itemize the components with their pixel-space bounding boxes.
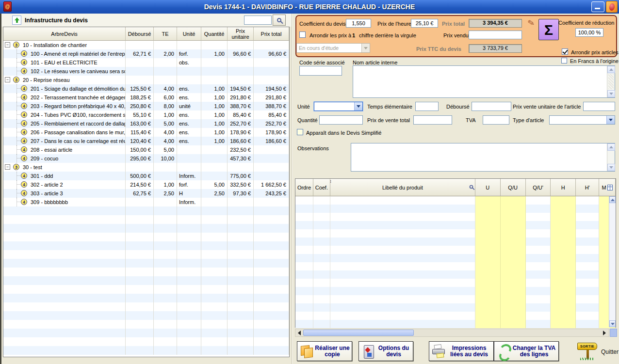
product-cell-qu-prime[interactable]	[526, 295, 551, 303]
product-row[interactable]	[295, 270, 616, 279]
coefficient-devis-input[interactable]	[346, 19, 371, 28]
tree-row[interactable]: −320 - Reprise réseau	[3, 76, 289, 84]
tree-item[interactable]: 4204 - Tubes PVC Ø100, raccordement sur	[3, 111, 126, 119]
impressions-devis-button[interactable]: Impressions liées au devis	[429, 341, 494, 361]
product-cell-qu-prime[interactable]	[526, 229, 551, 237]
product-cell-qu-prime[interactable]	[526, 320, 551, 328]
title-bar[interactable]: @ Devis 1744-1 - DAVIDBINFO - RUE PIERRE…	[0, 0, 619, 14]
tree-col-6[interactable]: Prix total	[254, 27, 289, 41]
product-cell-h-prime[interactable]	[576, 262, 599, 270]
tree-item[interactable]: 4203 - Regard béton préfabriqué 40 x 40,…	[3, 102, 126, 111]
product-cell-ordre[interactable]	[295, 246, 313, 254]
product-cell-ordre[interactable]	[295, 221, 313, 229]
en-francs-checkbox[interactable]	[561, 58, 567, 63]
product-cell-h-prime[interactable]	[576, 312, 599, 320]
product-cell-ordre[interactable]	[295, 270, 313, 279]
product-cell-h[interactable]	[551, 312, 576, 320]
chevron-down-icon[interactable]	[354, 102, 362, 111]
product-cell-ordre[interactable]	[295, 303, 313, 312]
tree-row[interactable]: −310 - Installation de chantier	[3, 41, 289, 49]
product-col-libelle[interactable]: Libellé du produit	[330, 179, 475, 196]
tree-col-0[interactable]: ArbreDevis	[3, 27, 126, 41]
product-cell-qu-prime[interactable]	[526, 270, 551, 279]
options-devis-button[interactable]: Options du devis	[358, 341, 413, 361]
product-cell-h-prime[interactable]	[576, 196, 599, 205]
tva-input[interactable]	[483, 115, 509, 125]
product-cell-h-prime[interactable]	[576, 205, 599, 213]
tree-row[interactable]: 4101 - EAU et ELECTRICITEobs.	[3, 58, 289, 67]
product-cell-ordre[interactable]	[295, 237, 313, 246]
coef-reduction-input[interactable]	[575, 28, 603, 37]
product-cell-h-prime[interactable]	[576, 279, 599, 287]
tree-row[interactable]: 4205 - Remblaiement et raccord de dallag…	[3, 119, 289, 128]
tree-row[interactable]: 4206 - Passage canalisation dans le mur,…	[3, 128, 289, 137]
sum-button[interactable]: Σ	[538, 19, 559, 40]
product-cell-coef[interactable]	[313, 221, 330, 229]
product-cell-u[interactable]	[475, 279, 501, 287]
product-cell-ordre[interactable]	[295, 229, 313, 237]
product-row[interactable]	[295, 312, 616, 320]
tree-row[interactable]: 4303 - article 362,75 €2,50H2,5097,30 €2…	[3, 189, 289, 198]
product-row[interactable]	[295, 320, 616, 328]
tree-collapse-icon[interactable]: −	[5, 164, 10, 170]
product-cell-h-prime[interactable]	[576, 229, 599, 237]
tree-up-icon[interactable]	[12, 16, 21, 25]
product-row[interactable]	[295, 237, 616, 246]
scroll-up-icon[interactable]	[607, 66, 615, 73]
product-cell-h[interactable]	[551, 246, 576, 254]
product-cell-coef[interactable]	[313, 229, 330, 237]
product-cell-ordre[interactable]	[295, 196, 313, 205]
product-cell-libelle[interactable]	[330, 279, 475, 287]
tree-item[interactable]: 4201 - Sciage du dallage et démolition d…	[3, 84, 126, 93]
product-cell-libelle[interactable]	[330, 237, 475, 246]
product-row[interactable]	[295, 279, 616, 287]
scroll-down-icon[interactable]	[607, 164, 615, 171]
observations-textarea[interactable]	[351, 143, 615, 172]
product-cell-qu[interactable]	[501, 287, 526, 295]
product-cell-libelle[interactable]	[330, 295, 475, 303]
product-cell-h[interactable]	[551, 213, 576, 221]
quit-button[interactable]: Quitter	[601, 348, 619, 355]
product-cell-qu[interactable]	[501, 303, 526, 312]
minimize-button[interactable]	[591, 1, 604, 12]
product-cell-coef[interactable]	[313, 320, 330, 328]
tree-search-input[interactable]	[244, 16, 272, 25]
product-cell-h[interactable]	[551, 229, 576, 237]
scroll-up-icon[interactable]	[607, 143, 615, 151]
product-col-qu[interactable]: Q/U	[501, 179, 526, 196]
arrondir-prix-checkbox[interactable]	[299, 32, 306, 38]
scroll-right-icon[interactable]	[603, 331, 606, 335]
tree-col-5[interactable]: Prix unitaire	[228, 27, 254, 41]
product-cell-coef[interactable]	[313, 279, 330, 287]
tree-row[interactable]: 4309 - bbbbbbbbInform.	[3, 198, 289, 206]
tree-row[interactable]: 4202 - Terrassement tranchée et dégageme…	[3, 93, 289, 102]
product-col-h-prime[interactable]: H'	[576, 179, 599, 196]
tree-row[interactable]: 4100 - Amené et repli matériel de l'entr…	[3, 49, 289, 58]
product-cell-coef[interactable]	[313, 196, 330, 205]
product-cell-libelle[interactable]	[330, 205, 475, 213]
product-row[interactable]	[295, 196, 616, 205]
product-cell-h[interactable]	[551, 254, 576, 262]
tree-item[interactable]: 4100 - Amené et repli matériel de l'entr…	[3, 49, 126, 58]
product-cell-h-prime[interactable]	[576, 254, 599, 262]
tree-row[interactable]: 4302 - article 2214,50 €1,00forf.5,00332…	[3, 180, 289, 189]
product-cell-h[interactable]	[551, 270, 576, 279]
debourse-input[interactable]	[472, 102, 511, 111]
product-cell-qu[interactable]	[501, 246, 526, 254]
product-cell-u[interactable]	[475, 229, 501, 237]
hscroll-thumb[interactable]	[303, 330, 414, 336]
product-col-m[interactable]: M	[599, 179, 616, 196]
product-cell-qu[interactable]	[501, 254, 526, 262]
product-row[interactable]	[295, 205, 616, 213]
product-row[interactable]	[295, 246, 616, 254]
tree-row[interactable]: 4203 - Regard béton préfabriqué 40 x 40,…	[3, 102, 289, 111]
chevron-down-icon[interactable]	[606, 116, 615, 124]
product-cell-libelle[interactable]	[330, 229, 475, 237]
product-col-u[interactable]: U	[475, 179, 501, 196]
product-cell-ordre[interactable]	[295, 205, 313, 213]
tree-item[interactable]: 4207 - Dans le cas ou le carrelage est r…	[3, 137, 126, 145]
product-cell-u[interactable]	[475, 287, 501, 295]
tree-item[interactable]: −310 - Installation de chantier	[3, 41, 126, 49]
temps-elementaire-input[interactable]	[415, 102, 439, 111]
pvu-input[interactable]	[583, 102, 615, 111]
